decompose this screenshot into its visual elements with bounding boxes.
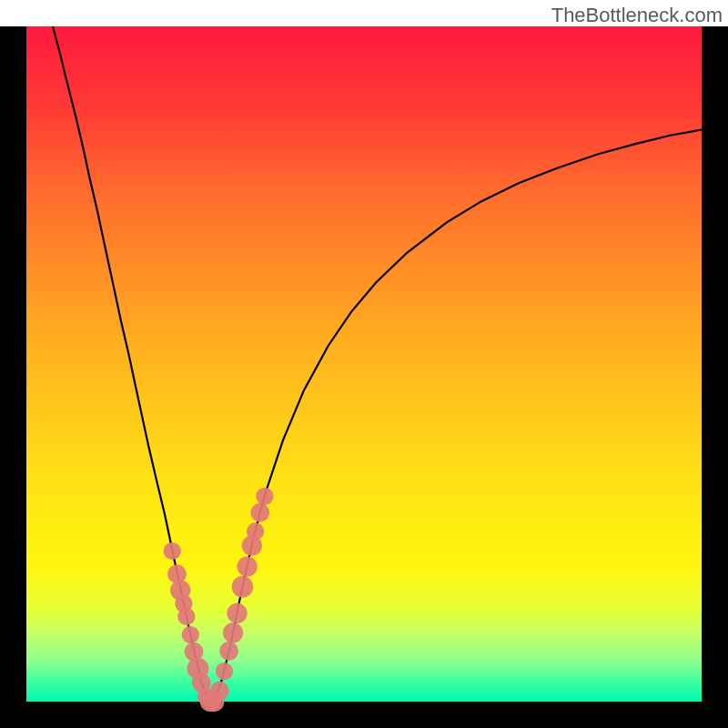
data-marker [177, 608, 195, 625]
data-marker [232, 576, 254, 598]
data-marker [256, 488, 273, 505]
data-marker [223, 622, 243, 642]
data-marker [216, 662, 233, 680]
data-marker [247, 522, 264, 540]
watermark-text: TheBottleneck.com [551, 4, 723, 27]
curve-curve-right [208, 130, 702, 702]
data-marker [182, 626, 199, 643]
data-marker [238, 556, 258, 576]
data-marker [219, 642, 238, 661]
data-marker [210, 682, 229, 701]
data-marker [164, 542, 181, 560]
chart-svg [0, 0, 728, 728]
bottleneck-chart: TheBottleneck.com [0, 0, 728, 728]
data-marker [227, 603, 247, 623]
data-marker [250, 503, 269, 522]
